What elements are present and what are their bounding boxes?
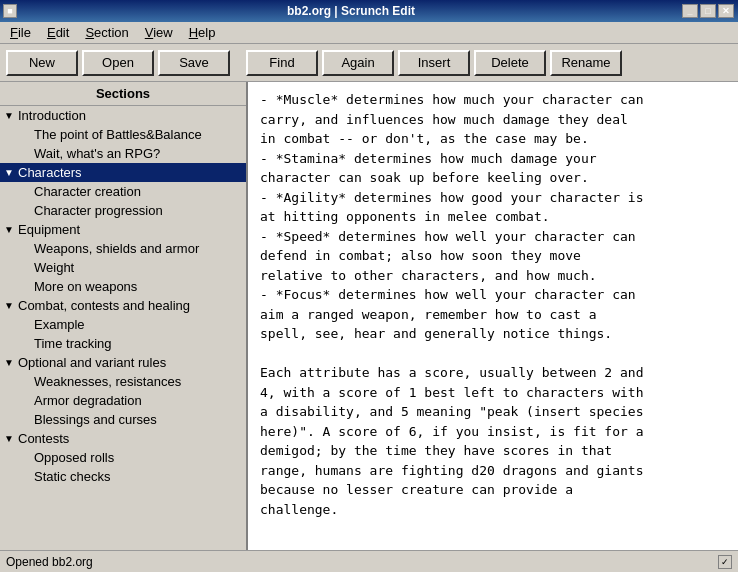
minimize-button[interactable]: _ (682, 4, 698, 18)
sidebar-item-weaknesses[interactable]: Weaknesses, resistances (0, 372, 246, 391)
sidebar-scroll[interactable]: ▼IntroductionThe point of Battles&Balanc… (0, 106, 246, 550)
sidebar-item-label: Optional and variant rules (18, 355, 166, 370)
sidebar-item-label: The point of Battles&Balance (34, 127, 202, 142)
tree-arrow-icon: ▼ (4, 167, 14, 178)
sidebar-item-armor-deg[interactable]: Armor degradation (0, 391, 246, 410)
window-icon: ■ (0, 4, 20, 18)
sidebar-item-weapons[interactable]: Weapons, shields and armor (0, 239, 246, 258)
save-button[interactable]: Save (158, 50, 230, 76)
sidebar-item-label: Blessings and curses (34, 412, 157, 427)
delete-button[interactable]: Delete (474, 50, 546, 76)
menu-edit[interactable]: Edit (41, 23, 75, 42)
sidebar-header: Sections (0, 82, 246, 106)
window-controls: _ □ ✕ (682, 4, 734, 18)
sidebar-item-label: Equipment (18, 222, 80, 237)
tree-arrow-icon: ▼ (4, 224, 14, 235)
status-icon: ✓ (718, 555, 732, 569)
sidebar-item-equipment[interactable]: ▼Equipment (0, 220, 246, 239)
close-button[interactable]: ✕ (718, 4, 734, 18)
find-button[interactable]: Find (246, 50, 318, 76)
sidebar-item-blessings[interactable]: Blessings and curses (0, 410, 246, 429)
sidebar-item-time-tracking[interactable]: Time tracking (0, 334, 246, 353)
sidebar-item-label: Armor degradation (34, 393, 142, 408)
sidebar-item-char-progression[interactable]: Character progression (0, 201, 246, 220)
sidebar-item-label: Character progression (34, 203, 163, 218)
sidebar-item-label: Time tracking (34, 336, 112, 351)
sidebar-item-label: Combat, contests and healing (18, 298, 190, 313)
editor-content[interactable]: - *Muscle* determines how much your char… (260, 90, 726, 542)
window-title: bb2.org | Scrunch Edit (20, 4, 682, 18)
menu-view[interactable]: View (139, 23, 179, 42)
sidebar-item-label: Weight (34, 260, 74, 275)
sidebar-item-label: Introduction (18, 108, 86, 123)
title-bar: ■ bb2.org | Scrunch Edit _ □ ✕ (0, 0, 738, 22)
editor-scroll[interactable]: - *Muscle* determines how much your char… (248, 82, 738, 550)
sidebar-item-label: Static checks (34, 469, 111, 484)
sidebar-item-contests[interactable]: ▼Contests (0, 429, 246, 448)
sidebar-item-label: Character creation (34, 184, 141, 199)
new-button[interactable]: New (6, 50, 78, 76)
menu-file[interactable]: File (4, 23, 37, 42)
sidebar-item-label: Characters (18, 165, 82, 180)
again-button[interactable]: Again (322, 50, 394, 76)
sidebar-item-weight[interactable]: Weight (0, 258, 246, 277)
sidebar-item-more-weapons[interactable]: More on weapons (0, 277, 246, 296)
status-bar: Opened bb2.org ✓ (0, 550, 738, 572)
sidebar-item-label: Weaknesses, resistances (34, 374, 181, 389)
sidebar-item-introduction[interactable]: ▼Introduction (0, 106, 246, 125)
sidebar-item-label: Opposed rolls (34, 450, 114, 465)
sidebar-item-label: More on weapons (34, 279, 137, 294)
toolbar: New Open Save Find Again Insert Delete R… (0, 44, 738, 82)
tree-arrow-icon: ▼ (4, 433, 14, 444)
sidebar: Sections ▼IntroductionThe point of Battl… (0, 82, 248, 550)
sidebar-item-opposed-rolls[interactable]: Opposed rolls (0, 448, 246, 467)
editor-area: - *Muscle* determines how much your char… (248, 82, 738, 550)
sidebar-item-label: Contests (18, 431, 69, 446)
maximize-button[interactable]: □ (700, 4, 716, 18)
menu-section[interactable]: Section (79, 23, 134, 42)
sidebar-item-what-is-rpg[interactable]: Wait, what's an RPG? (0, 144, 246, 163)
sidebar-item-example[interactable]: Example (0, 315, 246, 334)
status-text: Opened bb2.org (6, 555, 93, 569)
sidebar-item-static-checks[interactable]: Static checks (0, 467, 246, 486)
open-button[interactable]: Open (82, 50, 154, 76)
sidebar-item-optional[interactable]: ▼Optional and variant rules (0, 353, 246, 372)
rename-button[interactable]: Rename (550, 50, 622, 76)
sidebar-item-char-creation[interactable]: Character creation (0, 182, 246, 201)
tree-arrow-icon: ▼ (4, 110, 14, 121)
sidebar-item-label: Weapons, shields and armor (34, 241, 199, 256)
tree-arrow-icon: ▼ (4, 357, 14, 368)
sidebar-item-characters[interactable]: ▼Characters (0, 163, 246, 182)
insert-button[interactable]: Insert (398, 50, 470, 76)
main-area: Sections ▼IntroductionThe point of Battl… (0, 82, 738, 550)
tree-arrow-icon: ▼ (4, 300, 14, 311)
menu-bar: File Edit Section View Help (0, 22, 738, 44)
sidebar-item-point-of-bb[interactable]: The point of Battles&Balance (0, 125, 246, 144)
sidebar-item-combat[interactable]: ▼Combat, contests and healing (0, 296, 246, 315)
sidebar-item-label: Wait, what's an RPG? (34, 146, 160, 161)
menu-help[interactable]: Help (183, 23, 222, 42)
sidebar-item-label: Example (34, 317, 85, 332)
